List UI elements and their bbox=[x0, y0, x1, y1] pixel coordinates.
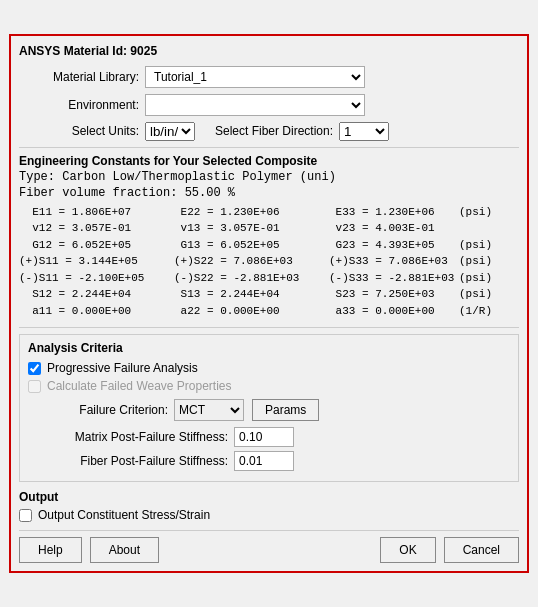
constants-table: E11 = 1.806E+07 E22 = 1.230E+06 E33 = 1.… bbox=[19, 204, 519, 320]
calculate-failed-row: Calculate Failed Weave Properties bbox=[28, 379, 510, 393]
fiber-stiffness-label: Fiber Post-Failure Stiffness: bbox=[28, 454, 228, 468]
a11-cell: a11 = 0.000E+00 bbox=[19, 303, 174, 320]
material-library-row: Material Library: Tutorial_1 bbox=[19, 66, 519, 88]
constants-row-ns11: (-)S11 = -2.100E+05 (-)S22 = -2.881E+03 … bbox=[19, 270, 519, 287]
g12-cell: G12 = 6.052E+05 bbox=[19, 237, 174, 254]
ns11-cell: (-)S11 = -2.100E+05 bbox=[19, 270, 174, 287]
progressive-failure-row: Progressive Failure Analysis bbox=[28, 361, 510, 375]
button-group-left: Help About bbox=[19, 537, 159, 563]
about-button[interactable]: About bbox=[90, 537, 159, 563]
ns-unit: (psi) bbox=[459, 270, 509, 287]
button-group-right: OK Cancel bbox=[380, 537, 519, 563]
type-line: Type: Carbon Low/Thermoplastic Polymer (… bbox=[19, 170, 519, 184]
divider-1 bbox=[19, 147, 519, 148]
e33-cell: E33 = 1.230E+06 bbox=[329, 204, 459, 221]
constants-row-e: E11 = 1.806E+07 E22 = 1.230E+06 E33 = 1.… bbox=[19, 204, 519, 221]
s12-cell: S12 = 2.244E+04 bbox=[19, 286, 174, 303]
g13-cell: G13 = 6.052E+05 bbox=[174, 237, 329, 254]
constants-row-a: a11 = 0.000E+00 a22 = 0.000E+00 a33 = 0.… bbox=[19, 303, 519, 320]
main-dialog: ANSYS Material Id: 9025 Material Library… bbox=[9, 34, 529, 574]
engineering-constants-header: Engineering Constants for Your Selected … bbox=[19, 154, 519, 168]
button-row: Help About OK Cancel bbox=[19, 537, 519, 563]
calculate-failed-checkbox[interactable] bbox=[28, 380, 41, 393]
constants-row-v: v12 = 3.057E-01 v13 = 3.057E-01 v23 = 4.… bbox=[19, 220, 519, 237]
v12-cell: v12 = 3.057E-01 bbox=[19, 220, 174, 237]
ps-unit: (psi) bbox=[459, 253, 509, 270]
v13-cell: v13 = 3.057E-01 bbox=[174, 220, 329, 237]
ns33-cell: (-)S33 = -2.881E+03 bbox=[329, 270, 459, 287]
output-section: Output Output Constituent Stress/Strain bbox=[19, 490, 519, 522]
progressive-failure-label: Progressive Failure Analysis bbox=[47, 361, 198, 375]
calculate-failed-label: Calculate Failed Weave Properties bbox=[47, 379, 232, 393]
a22-cell: a22 = 0.000E+00 bbox=[174, 303, 329, 320]
ps22-cell: (+)S22 = 7.086E+03 bbox=[174, 253, 329, 270]
divider-2 bbox=[19, 327, 519, 328]
output-stress-row: Output Constituent Stress/Strain bbox=[19, 508, 519, 522]
constants-row-ps11: (+)S11 = 3.144E+05 (+)S22 = 7.086E+03 (+… bbox=[19, 253, 519, 270]
e-unit: (psi) bbox=[459, 204, 509, 221]
ps11-cell: (+)S11 = 3.144E+05 bbox=[19, 253, 174, 270]
units-row: Select Units: lb/in/R Select Fiber Direc… bbox=[19, 122, 519, 141]
material-library-select[interactable]: Tutorial_1 bbox=[145, 66, 365, 88]
matrix-stiffness-label: Matrix Post-Failure Stiffness: bbox=[28, 430, 228, 444]
progressive-failure-checkbox[interactable] bbox=[28, 362, 41, 375]
fiber-stiffness-input[interactable] bbox=[234, 451, 294, 471]
cancel-button[interactable]: Cancel bbox=[444, 537, 519, 563]
ok-button[interactable]: OK bbox=[380, 537, 435, 563]
help-button[interactable]: Help bbox=[19, 537, 82, 563]
ns22-cell: (-)S22 = -2.881E+03 bbox=[174, 270, 329, 287]
g-unit: (psi) bbox=[459, 237, 509, 254]
g23-cell: G23 = 4.393E+05 bbox=[329, 237, 459, 254]
matrix-stiffness-input[interactable] bbox=[234, 427, 294, 447]
fiber-dir-label: Select Fiber Direction: bbox=[215, 124, 333, 138]
s-unit: (psi) bbox=[459, 286, 509, 303]
material-library-label: Material Library: bbox=[19, 70, 139, 84]
failure-criterion-label: Failure Criterion: bbox=[28, 403, 168, 417]
output-stress-label: Output Constituent Stress/Strain bbox=[38, 508, 210, 522]
v23-cell: v23 = 4.003E-01 bbox=[329, 220, 459, 237]
analysis-criteria-section: Analysis Criteria Progressive Failure An… bbox=[19, 334, 519, 482]
output-stress-checkbox[interactable] bbox=[19, 509, 32, 522]
ps33-cell: (+)S33 = 7.086E+03 bbox=[329, 253, 459, 270]
v-unit bbox=[459, 220, 509, 237]
a-unit: (1/R) bbox=[459, 303, 509, 320]
s13-cell: S13 = 2.244E+04 bbox=[174, 286, 329, 303]
environment-row: Environment: bbox=[19, 94, 519, 116]
environment-select[interactable] bbox=[145, 94, 365, 116]
units-select[interactable]: lb/in/R bbox=[145, 122, 195, 141]
dialog-title: ANSYS Material Id: 9025 bbox=[19, 44, 519, 58]
e11-cell: E11 = 1.806E+07 bbox=[19, 204, 174, 221]
constants-row-s12: S12 = 2.244E+04 S13 = 2.244E+04 S23 = 7.… bbox=[19, 286, 519, 303]
matrix-stiffness-row: Matrix Post-Failure Stiffness: bbox=[28, 427, 510, 447]
e22-cell: E22 = 1.230E+06 bbox=[174, 204, 329, 221]
s23-cell: S23 = 7.250E+03 bbox=[329, 286, 459, 303]
a33-cell: a33 = 0.000E+00 bbox=[329, 303, 459, 320]
fiber-fraction-line: Fiber volume fraction: 55.00 % bbox=[19, 186, 519, 200]
fiber-stiffness-row: Fiber Post-Failure Stiffness: bbox=[28, 451, 510, 471]
analysis-criteria-title: Analysis Criteria bbox=[28, 341, 510, 355]
output-title: Output bbox=[19, 490, 519, 504]
divider-3 bbox=[19, 530, 519, 531]
environment-label: Environment: bbox=[19, 98, 139, 112]
params-button[interactable]: Params bbox=[252, 399, 319, 421]
constants-row-g: G12 = 6.052E+05 G13 = 6.052E+05 G23 = 4.… bbox=[19, 237, 519, 254]
failure-criterion-select[interactable]: MCT bbox=[174, 399, 244, 421]
failure-criterion-row: Failure Criterion: MCT Params bbox=[28, 399, 510, 421]
units-label: Select Units: bbox=[19, 124, 139, 138]
fiber-dir-select[interactable]: 1 bbox=[339, 122, 389, 141]
